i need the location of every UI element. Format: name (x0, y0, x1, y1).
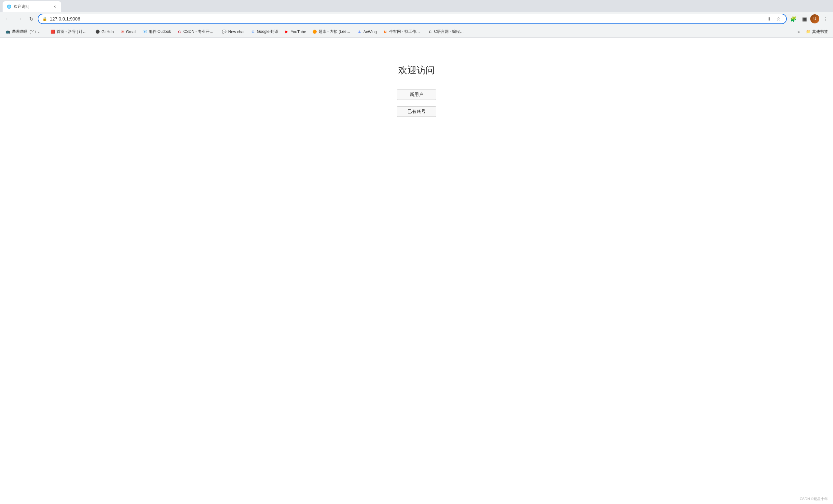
extensions-button[interactable]: 🧩 (788, 14, 799, 24)
bookmark-luogu[interactable]: 🟥 首页 - 洛谷 | 计算... (48, 28, 92, 36)
new-user-button[interactable]: 新用户 (397, 90, 436, 100)
bilibili-label: 哔哩哔哩（'-'）つ... (12, 29, 44, 34)
bookmarks-more-button[interactable]: » (795, 28, 803, 36)
more-chevron: » (798, 30, 800, 34)
tab-title: 欢迎访问 (14, 4, 50, 9)
gmail-favicon: ✉ (119, 29, 125, 34)
tab-close-button[interactable]: ✕ (52, 4, 57, 9)
translate-label: Google 翻译 (257, 29, 278, 34)
outlook-label: 邮件 Outlook (149, 29, 171, 34)
bookmark-github[interactable]: ⚫ GitHub (92, 28, 116, 36)
bilibili-favicon: 📺 (5, 29, 10, 34)
security-icon: 🔒 (42, 17, 47, 21)
sidebar-icon: ▣ (802, 16, 807, 22)
footer-text: CSDN ©繁星十年 (800, 497, 828, 501)
back-button[interactable]: ← (3, 14, 13, 24)
bookmark-newchat[interactable]: 💬 New chat (219, 28, 247, 36)
clang-favicon: C (428, 29, 433, 34)
youtube-favicon: ▶ (284, 29, 289, 34)
bookmark-youtube[interactable]: ▶ YouTube (282, 28, 308, 36)
bookmark-csdn[interactable]: C CSDN - 专业开发... (174, 28, 218, 36)
forward-icon: → (17, 16, 22, 22)
avatar-initial: U (813, 17, 816, 21)
address-bar-input[interactable] (50, 16, 763, 22)
niuke-label: 牛客网 - 找工作神... (389, 29, 422, 34)
other-bookmarks-label: 其他书签 (812, 29, 828, 34)
nav-right-buttons: 🧩 ▣ U ⋮ (788, 14, 830, 24)
gmail-label: Gmail (126, 30, 136, 34)
existing-user-button[interactable]: 已有账号 (397, 106, 436, 117)
address-bar-container[interactable]: 🔒 ⬆ ☆ (38, 14, 787, 24)
address-bar-actions: ⬆ ☆ (765, 15, 782, 23)
newchat-label: New chat (228, 30, 244, 34)
acwing-favicon: A (357, 29, 362, 34)
newchat-favicon: 💬 (221, 29, 227, 34)
browser-chrome: 🌐 欢迎访问 ✕ ← → ↻ 🔒 ⬆ ☆ 🧩 ▣ (0, 0, 833, 38)
github-label: GitHub (101, 30, 114, 34)
page-content: 欢迎访问 新用户 已有账号 (0, 38, 833, 504)
bookmark-clang[interactable]: C C语言网 - 编程入... (425, 28, 469, 36)
bookmark-acwing[interactable]: A AcWing (354, 28, 379, 36)
csdn-favicon: C (177, 29, 182, 34)
puzzle-icon: 🧩 (790, 16, 796, 22)
outlook-favicon: 📧 (142, 29, 147, 34)
niuke-favicon: N (383, 29, 388, 34)
bookmark-outlook[interactable]: 📧 邮件 Outlook (140, 28, 174, 36)
github-favicon: ⚫ (95, 29, 100, 34)
bookmark-translate[interactable]: G Google 翻译 (247, 28, 281, 36)
csdn-label: CSDN - 专业开发... (183, 29, 216, 34)
luogu-label: 首页 - 洛谷 | 计算... (56, 29, 89, 34)
leetcode-favicon: 🟠 (312, 29, 317, 34)
bookmark-leetcode[interactable]: 🟠 题库 - 力扣 (LeetC... (309, 28, 354, 36)
active-tab[interactable]: 🌐 欢迎访问 ✕ (3, 1, 61, 12)
bookmark-bilibili[interactable]: 📺 哔哩哔哩（'-'）つ... (3, 28, 47, 36)
welcome-title: 欢迎访问 (398, 64, 435, 76)
back-icon: ← (5, 16, 10, 22)
page-footer: CSDN ©繁星十年 (800, 497, 828, 501)
folder-icon: 📁 (806, 29, 811, 34)
bookmark-gmail[interactable]: ✉ Gmail (117, 28, 139, 36)
leetcode-label: 题库 - 力扣 (LeetC... (318, 29, 351, 34)
profile-avatar[interactable]: U (810, 14, 819, 23)
reload-button[interactable]: ↻ (26, 14, 37, 24)
bookmarks-bar: 📺 哔哩哔哩（'-'）つ... 🟥 首页 - 洛谷 | 计算... ⚫ GitH… (0, 26, 833, 38)
bookmark-star-icon[interactable]: ☆ (775, 15, 782, 23)
tab-favicon: 🌐 (6, 4, 12, 9)
share-icon[interactable]: ⬆ (765, 15, 773, 23)
clang-label: C语言网 - 编程入... (434, 29, 467, 34)
luogu-favicon: 🟥 (50, 29, 55, 34)
reload-icon: ↻ (29, 16, 33, 22)
acwing-label: AcWing (363, 30, 377, 34)
bookmark-niuke[interactable]: N 牛客网 - 找工作神... (380, 28, 424, 36)
sidebar-button[interactable]: ▣ (799, 14, 810, 24)
menu-button[interactable]: ⋮ (820, 14, 830, 24)
forward-button[interactable]: → (14, 14, 25, 24)
tab-bar: 🌐 欢迎访问 ✕ (0, 0, 833, 12)
youtube-label: YouTube (291, 30, 306, 34)
bookmark-folder-other[interactable]: 📁 其他书签 (803, 28, 830, 36)
translate-favicon: G (250, 29, 256, 34)
nav-bar: ← → ↻ 🔒 ⬆ ☆ 🧩 ▣ U ⋮ (0, 12, 833, 26)
more-icon: ⋮ (823, 16, 828, 22)
